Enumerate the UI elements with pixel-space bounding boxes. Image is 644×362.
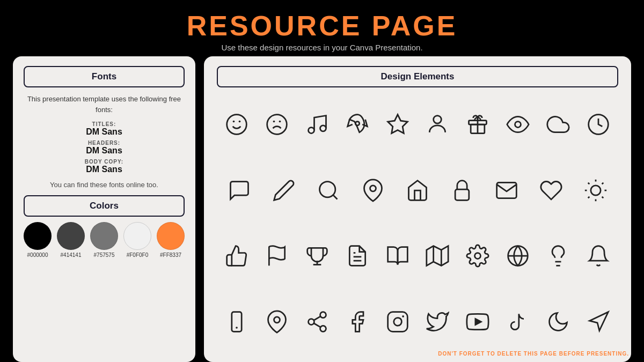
svg-point-43 — [308, 319, 314, 324]
facebook-icon — [341, 306, 374, 338]
left-panel: Fonts This presentation template uses th… — [13, 56, 195, 362]
svg-point-15 — [319, 181, 335, 197]
colors-section: Colors #000000 #414141 #757575 #F0F0F0 — [24, 195, 185, 258]
moon-icon — [542, 306, 574, 338]
color-swatch-dark-gray: #414141 — [57, 222, 85, 258]
font-name-headers: DM Sans — [86, 146, 122, 156]
color-hex-orange: #FF8337 — [160, 252, 181, 258]
color-circle-light — [123, 222, 151, 250]
svg-point-44 — [320, 326, 326, 331]
svg-line-45 — [314, 323, 321, 327]
color-circle-black — [24, 222, 52, 250]
design-elements-heading: Design Elements — [217, 66, 618, 87]
clock-icon — [582, 108, 614, 141]
svg-line-27 — [602, 182, 604, 184]
color-swatches: #000000 #414141 #757575 #F0F0F0 #FF8337 — [24, 222, 185, 258]
bulb-icon — [542, 240, 574, 272]
youtube-icon — [462, 306, 494, 338]
font-entry-body: BODY COPY: DM Sans — [85, 159, 123, 174]
svg-point-8 — [355, 122, 359, 125]
rocket-icon — [341, 108, 374, 141]
svg-marker-49 — [475, 319, 481, 324]
color-hex-black: #000000 — [27, 252, 48, 258]
globe-icon — [502, 240, 534, 272]
pin-icon — [357, 174, 389, 206]
star-icon — [382, 108, 414, 141]
svg-line-46 — [314, 316, 321, 320]
svg-marker-31 — [427, 246, 448, 266]
svg-point-13 — [515, 122, 521, 128]
font-label-body: BODY COPY: — [85, 159, 123, 165]
svg-point-41 — [274, 317, 280, 323]
font-entries: TITLES: DM Sans HEADERS: DM Sans BODY CO… — [24, 121, 185, 174]
heart-icon — [535, 174, 567, 206]
music-icon — [301, 108, 333, 141]
map-icon — [421, 240, 453, 272]
gift-icon — [462, 108, 494, 141]
color-circle-orange — [157, 222, 185, 250]
trophy-icon — [301, 240, 333, 272]
color-hex-light: #F0F0F0 — [127, 252, 149, 258]
icon-row-4 — [217, 306, 618, 338]
svg-point-6 — [308, 128, 314, 134]
svg-line-23 — [602, 196, 604, 198]
color-swatch-orange: #FF8337 — [157, 222, 185, 258]
twitter-icon — [421, 306, 453, 338]
font-entry-titles: TITLES: DM Sans — [86, 121, 122, 137]
tiktok-icon — [502, 306, 534, 338]
svg-point-0 — [227, 115, 247, 135]
share-icon — [301, 306, 333, 338]
search-icon — [312, 174, 345, 206]
svg-rect-47 — [387, 312, 407, 331]
svg-line-16 — [333, 195, 337, 199]
icon-row-1 — [217, 108, 618, 141]
svg-point-34 — [475, 253, 481, 259]
fonts-description: This presentation template uses the foll… — [24, 94, 185, 115]
color-swatch-gray: #757575 — [90, 222, 118, 258]
book-icon — [382, 240, 414, 272]
cloud-icon — [542, 108, 574, 141]
smiley-icon — [221, 108, 253, 141]
fonts-note: You can find these fonts online too. — [24, 181, 185, 189]
sun-icon — [580, 174, 612, 206]
megaphone-icon — [582, 306, 614, 338]
color-hex-gray: #757575 — [94, 252, 115, 258]
icons-grid — [217, 93, 618, 353]
document-icon — [341, 240, 374, 272]
right-panel: Design Elements — [204, 56, 631, 362]
main-content: Fonts This presentation template uses th… — [0, 56, 644, 362]
location-icon — [261, 306, 293, 338]
svg-point-19 — [591, 186, 601, 195]
footer-note: DON'T FORGET TO DELETE THIS PAGE BEFORE … — [438, 351, 629, 357]
color-circle-dark-gray — [57, 222, 85, 250]
sad-face-icon — [261, 108, 293, 141]
color-swatch-light: #F0F0F0 — [123, 222, 151, 258]
font-name-titles: DM Sans — [86, 127, 122, 137]
mail-icon — [491, 174, 523, 206]
svg-point-7 — [320, 125, 326, 131]
svg-point-10 — [434, 116, 442, 124]
color-swatch-black: #000000 — [24, 222, 52, 258]
font-label-headers: HEADERS: — [86, 140, 122, 146]
pencil-icon — [268, 174, 300, 206]
font-label-titles: TITLES: — [86, 121, 122, 127]
flag-icon — [261, 240, 293, 272]
settings-icon — [462, 240, 494, 272]
color-hex-dark-gray: #414141 — [61, 252, 82, 258]
thumbsup-icon — [221, 240, 253, 272]
font-entry-headers: HEADERS: DM Sans — [86, 140, 122, 156]
svg-rect-18 — [455, 189, 469, 200]
chat-icon — [223, 174, 255, 206]
svg-point-17 — [370, 186, 376, 191]
icon-row-3 — [217, 240, 618, 272]
phone-icon — [221, 306, 253, 338]
icon-row-2 — [217, 174, 618, 206]
home-icon — [401, 174, 434, 206]
svg-point-42 — [320, 312, 326, 317]
svg-marker-9 — [387, 115, 407, 134]
svg-point-3 — [267, 115, 287, 135]
font-name-body: DM Sans — [85, 165, 123, 174]
svg-line-22 — [588, 182, 590, 184]
page-subtitle: Use these design resources in your Canva… — [187, 43, 458, 52]
svg-line-26 — [588, 196, 590, 198]
